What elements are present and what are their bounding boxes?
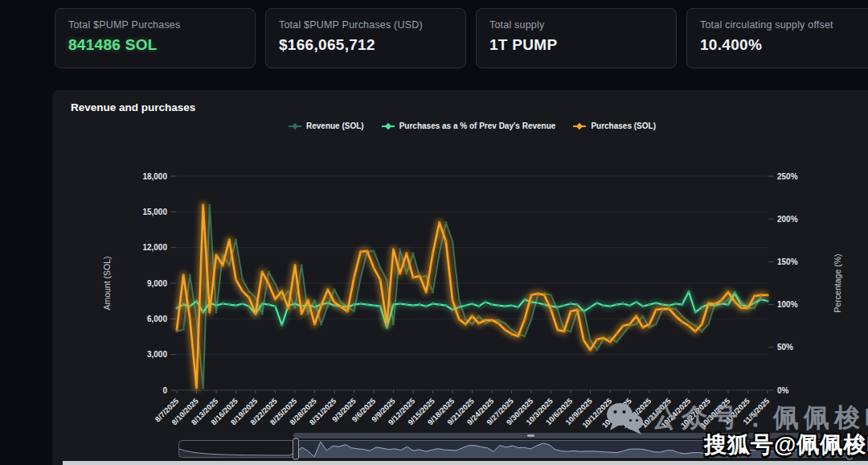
navigator-scrollbar[interactable] [293,433,821,438]
right-axis-tick-label: 150% [777,257,798,266]
pump-dashboard: Total $PUMP Purchases 841486 SOL Total $… [0,0,868,465]
revenue-purchases-chart: 03,0006,0009,00012,00015,00018,0000%50%1… [52,90,868,465]
right-axis-tick-label: 50% [777,343,793,352]
revenue-purchases-panel: Revenue and purchases Revenue (SOL) Purc… [52,90,868,465]
right-axis-tick-label: 200% [777,215,798,224]
card-value: 10.400% [700,36,868,54]
left-axis-tick-label: 15,000 [142,208,167,216]
stat-cards-row: Total $PUMP Purchases 841486 SOL Total $… [55,8,868,68]
card-value: 1T PUMP [489,36,663,54]
left-axis-tick-label: 0 [162,386,167,395]
card-total-pump-purchases: Total $PUMP Purchases 841486 SOL [55,8,256,68]
card-circulating-supply-offset: Total circulating supply offset 10.400% [686,8,868,68]
card-label: Total $PUMP Purchases [68,19,242,31]
navigator-right-handle[interactable] [847,438,853,459]
card-label: Total circulating supply offset [700,19,868,31]
card-label: Total $PUMP Purchases (USD) [279,19,452,31]
left-axis-tick-label: 18,000 [142,172,167,181]
navigator-scrollbar-grip-icon [527,434,534,437]
right-axis-tick-label: 100% [777,300,798,309]
right-axis-tick-label: 0% [777,386,789,395]
left-axis-tick-label: 6,000 [147,315,167,323]
bottom-edge-strip [63,461,868,465]
left-axis-tick-label: 3,000 [147,350,167,359]
card-total-pump-purchases-usd: Total $PUMP Purchases (USD) $166,065,712 [265,8,466,68]
card-total-supply: Total supply 1T PUMP [476,8,677,68]
left-axis-tick-label: 9,000 [147,279,167,288]
left-axis-title: Amount (SOL) [102,256,112,310]
right-axis-tick-label: 250% [777,172,798,181]
left-axis-tick-label: 12,000 [142,243,167,252]
card-value: $166,065,712 [279,36,452,54]
card-label: Total supply [489,19,663,31]
card-value: 841486 SOL [68,36,242,54]
revenue-line [177,205,768,388]
right-axis-title: Percentage (%) [833,254,842,313]
navigator-left-handle[interactable] [293,438,299,459]
